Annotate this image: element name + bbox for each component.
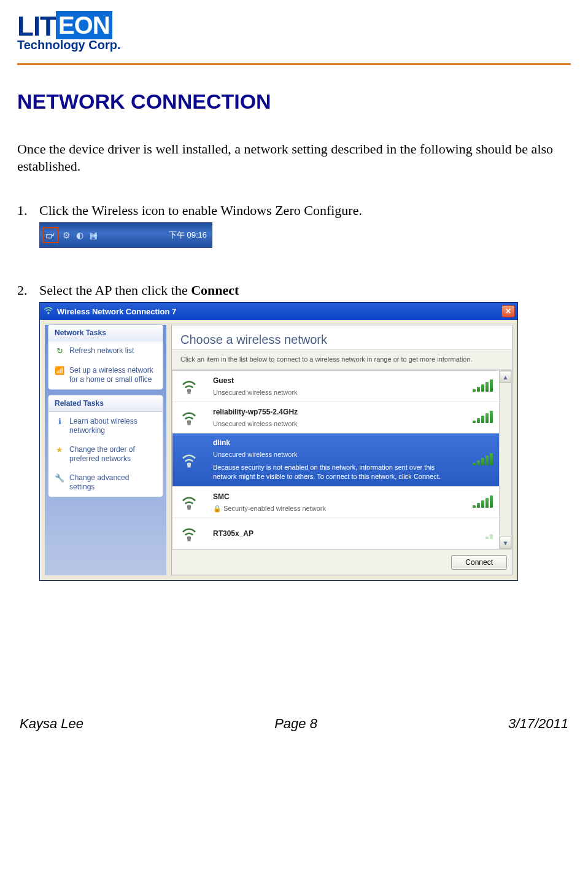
- svg-rect-0: [47, 235, 52, 238]
- choose-network-sub: Click an item in the list below to conne…: [172, 349, 512, 370]
- network-ssid: Guest: [213, 376, 451, 385]
- signal-bars: [456, 381, 493, 392]
- lock-icon: 🔒: [213, 505, 222, 512]
- step-2: 2. Select the AP then click the Connect: [17, 282, 571, 298]
- sidebar-related-heading: Related Tasks: [48, 395, 163, 412]
- dialog-button-bar: Connect: [172, 549, 512, 575]
- wireless-icon[interactable]: [45, 230, 56, 241]
- logo-text-a: LIT: [17, 11, 56, 39]
- sidebar-advanced-link[interactable]: 🔧 Change advanced settings: [48, 468, 163, 497]
- refresh-icon: ↻: [55, 346, 64, 356]
- tray-icon-c: ▦: [88, 230, 99, 241]
- network-item[interactable]: Guest Unsecured wireless network: [172, 371, 499, 402]
- sidebar-related-tasks: Related Tasks ℹ Learn about wireless net…: [48, 395, 163, 497]
- network-desc: Unsecured wireless network: [213, 420, 451, 427]
- network-ssid: SMC: [213, 492, 451, 501]
- signal-bars: [456, 412, 493, 423]
- intro-paragraph: Once the device driver is well installed…: [17, 141, 570, 174]
- network-item-selected[interactable]: dlink Unsecured wireless network Because…: [172, 433, 499, 487]
- logo-text-b: EON: [56, 11, 112, 39]
- network-item[interactable]: RT305x_AP: [172, 518, 499, 549]
- svg-rect-5: [188, 421, 191, 425]
- step-2-text: Select the AP then click the Connect: [39, 282, 239, 298]
- sidebar-network-tasks: Network Tasks ↻ Refresh network list 📶 S…: [48, 325, 163, 389]
- wifi-icon: [44, 306, 53, 317]
- divider: [17, 63, 571, 65]
- signal-icon: [179, 492, 199, 513]
- info-icon: ℹ: [55, 417, 64, 427]
- scroll-down-button[interactable]: ▼: [500, 537, 511, 549]
- dialog-title: Wireless Network Connection 7: [57, 307, 176, 316]
- footer-date: 3/17/2011: [508, 716, 568, 732]
- step-1: 1. Click the Wireless icon to enable Win…: [17, 203, 571, 219]
- settings-icon: 🔧: [55, 473, 64, 483]
- tray-clock: 下午 09:16: [169, 230, 209, 241]
- logo-subtitle: Technology Corp.: [17, 38, 571, 52]
- sidebar-order-link[interactable]: ★ Change the order of preferred networks: [48, 440, 163, 468]
- signal-icon: [179, 449, 199, 470]
- sidebar-advanced-label: Change advanced settings: [69, 473, 157, 492]
- tray-icon-a: ⚙: [61, 230, 72, 241]
- scrollbar[interactable]: ▲ ▼: [500, 370, 512, 549]
- network-desc: Unsecured wireless network: [213, 451, 451, 458]
- svg-rect-9: [188, 505, 191, 510]
- wireless-dialog: Wireless Network Connection 7 ✕ Network …: [39, 302, 518, 581]
- sidebar-refresh-link[interactable]: ↻ Refresh network list: [48, 341, 163, 361]
- step-2-num: 2.: [17, 282, 31, 298]
- sidebar-tasks-heading: Network Tasks: [48, 325, 163, 341]
- star-icon: ★: [55, 445, 64, 455]
- sidebar-setup-link[interactable]: 📶 Set up a wireless network for a home o…: [48, 361, 163, 389]
- page-footer: Kaysa Lee Page 8 3/17/2011: [17, 716, 571, 732]
- signal-bars: [456, 528, 493, 539]
- network-item[interactable]: SMC 🔒 Security-enabled wireless network: [172, 487, 499, 518]
- brand-logo: LIT EON Technology Corp.: [17, 11, 571, 52]
- sidebar-learn-label: Learn about wireless networking: [69, 417, 157, 435]
- svg-point-1: [48, 313, 49, 314]
- scroll-up-button[interactable]: ▲: [500, 371, 511, 383]
- network-desc: Unsecured wireless network: [213, 389, 451, 396]
- choose-network-heading: Choose a wireless network: [172, 325, 512, 349]
- signal-icon: [179, 407, 199, 428]
- network-list: Guest Unsecured wireless network: [172, 370, 500, 549]
- network-ssid: dlink: [213, 438, 451, 447]
- signal-bars: [456, 454, 493, 465]
- setup-icon: 📶: [55, 366, 64, 376]
- dialog-sidebar: Network Tasks ↻ Refresh network list 📶 S…: [45, 325, 166, 575]
- dialog-main: Choose a wireless network Click an item …: [171, 325, 513, 575]
- sidebar-order-label: Change the order of preferred networks: [69, 445, 157, 464]
- sidebar-learn-link[interactable]: ℹ Learn about wireless networking: [48, 412, 163, 440]
- sidebar-refresh-label: Refresh network list: [69, 346, 134, 355]
- svg-rect-7: [188, 463, 191, 468]
- systray-screenshot: ⚙ ◐ ▦ 下午 09:16: [39, 222, 212, 248]
- footer-page: Page 8: [274, 716, 317, 732]
- footer-author: Kaysa Lee: [20, 716, 83, 732]
- svg-rect-3: [188, 389, 191, 394]
- page-heading: NETWORK CONNECTION: [17, 90, 571, 114]
- connect-button[interactable]: Connect: [451, 555, 507, 570]
- network-desc: 🔒 Security-enabled wireless network: [213, 505, 451, 513]
- signal-icon: [179, 376, 199, 397]
- network-warning: Because security is not enabled on this …: [213, 463, 451, 481]
- wireless-tray-highlight: [42, 227, 58, 243]
- step-1-num: 1.: [17, 203, 31, 219]
- svg-rect-11: [188, 537, 191, 542]
- signal-bars: [456, 497, 493, 508]
- step-1-text: Click the Wireless icon to enable Window…: [39, 203, 362, 219]
- signal-icon: [179, 523, 199, 544]
- tray-icon-b: ◐: [74, 230, 85, 241]
- sidebar-setup-label: Set up a wireless network for a home or …: [69, 366, 157, 384]
- network-ssid: RT305x_AP: [213, 529, 451, 538]
- dialog-titlebar[interactable]: Wireless Network Connection 7 ✕: [40, 303, 517, 320]
- network-item[interactable]: reliability-wp755-2.4GHz Unsecured wirel…: [172, 402, 499, 433]
- close-button[interactable]: ✕: [501, 305, 515, 317]
- network-ssid: reliability-wp755-2.4GHz: [213, 408, 451, 416]
- scroll-track[interactable]: [500, 383, 511, 537]
